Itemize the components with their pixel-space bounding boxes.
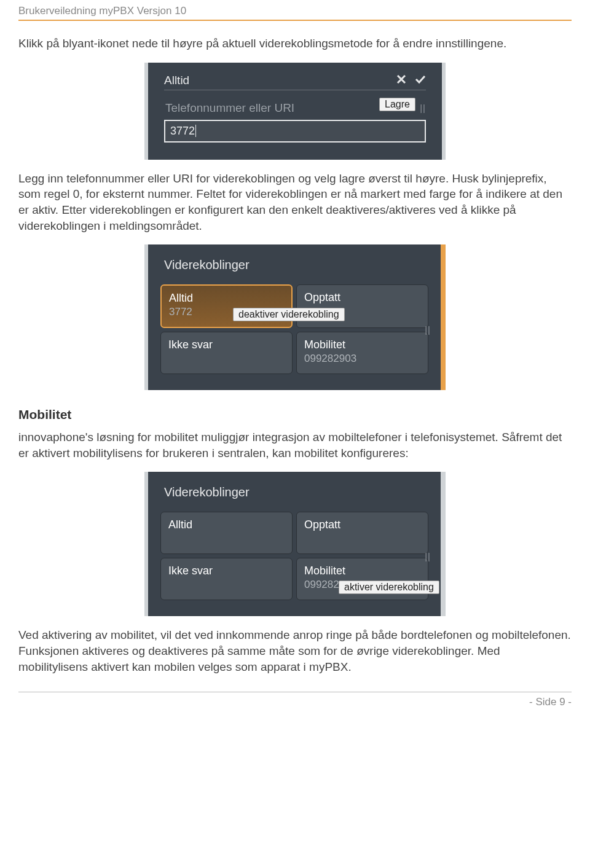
screenshot-viderekoblinger-active: Viderekoblinger Alltid 3772 Opptatt Ikke… (144, 244, 446, 390)
tile-opptatt[interactable]: Opptatt (296, 284, 428, 328)
tile-mobilitet[interactable]: Mobilitet 099282903 (296, 332, 428, 374)
confirm-icon[interactable] (415, 74, 426, 87)
tile-label: Ikke svar (168, 565, 285, 577)
tile-label: Opptatt (304, 518, 420, 531)
tile-label: Ikke svar (168, 338, 285, 351)
deactivate-tooltip: deaktiver viderekobling (233, 308, 345, 321)
uri-placeholder: Telefonnummer eller URI (165, 101, 294, 115)
cancel-icon[interactable] (396, 74, 406, 87)
activate-tooltip: aktiver viderekobling (339, 581, 439, 594)
number-input-value: 3772 (170, 125, 196, 137)
save-tooltip: Lagre (379, 98, 415, 111)
tile-mobilitet[interactable]: Mobilitet 099282903 (296, 558, 428, 600)
heading-mobilitet: Mobilitet (18, 407, 572, 422)
paragraph-4: Ved aktivering av mobilitet, vil det ved… (18, 627, 572, 674)
tile-label: Mobilitet (304, 338, 420, 351)
tile-label: Mobilitet (304, 565, 420, 577)
number-input[interactable]: 3772 (164, 120, 426, 143)
tile-label: Alltid (168, 518, 285, 531)
panel-title: Viderekoblinger (160, 485, 428, 499)
drag-handle-icon[interactable]: || (420, 103, 426, 113)
tile-value: 099282903 (304, 353, 420, 365)
document-header: Brukerveiledning myPBX Versjon 10 (18, 0, 572, 20)
screenshot-edit-panel: Alltid Lagre Telefonnummer eller URI || … (144, 63, 446, 160)
edit-title: Alltid (164, 74, 189, 87)
drag-handle-icon[interactable]: || (425, 551, 431, 561)
tile-alltid[interactable]: Alltid (160, 512, 293, 554)
page-footer: - Side 9 - (18, 692, 572, 708)
tile-label: Alltid (169, 292, 284, 305)
tile-ikkesvar[interactable]: Ikke svar (160, 332, 293, 374)
tile-label: Opptatt (304, 291, 420, 304)
paragraph-2: Legg inn telefonnummer eller URI for vid… (18, 171, 572, 234)
drag-handle-icon[interactable]: || (425, 324, 431, 335)
screenshot-viderekoblinger-mobilitet: Viderekoblinger Alltid Opptatt Ikke svar… (144, 472, 446, 616)
paragraph-intro: Klikk på blyant-ikonet nede til høyre på… (18, 36, 572, 52)
tile-opptatt[interactable]: Opptatt (296, 512, 428, 554)
tile-ikkesvar[interactable]: Ikke svar (160, 558, 293, 600)
tile-alltid[interactable]: Alltid 3772 (160, 284, 293, 328)
header-divider (18, 20, 572, 21)
panel-title: Viderekoblinger (160, 258, 428, 272)
paragraph-3: innovaphone's løsning for mobilitet muli… (18, 429, 572, 461)
